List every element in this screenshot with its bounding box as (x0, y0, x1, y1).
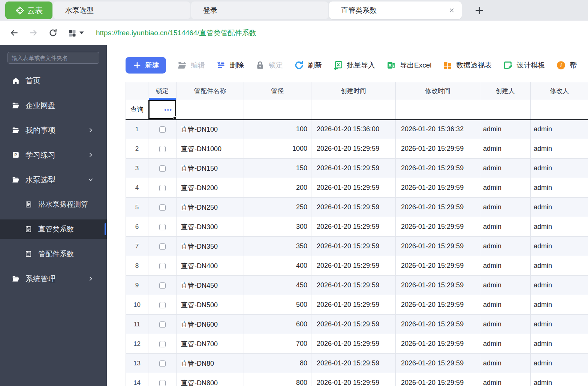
row-number-cell[interactable]: 8 (126, 256, 148, 276)
row-checkbox[interactable] (159, 165, 166, 172)
cell-diameter[interactable]: 80 (244, 354, 311, 373)
import-excel-button[interactable]: 批量导入 (333, 60, 375, 70)
column-header-2[interactable]: 管径 (244, 82, 311, 100)
export-excel-button[interactable]: 导出Excel (386, 60, 431, 70)
browser-tab-1[interactable]: 登录 (191, 2, 328, 19)
row-checkbox[interactable] (159, 380, 166, 386)
cell-diameter[interactable]: 200 (244, 178, 311, 198)
cell-creator[interactable]: admin (480, 120, 531, 139)
cell-created-time[interactable]: 2026-01-20 15:29:59 (311, 198, 396, 217)
row-checkbox[interactable] (159, 263, 166, 269)
cell-created-time[interactable]: 2026-01-20 15:29:59 (311, 373, 396, 386)
cell-lock[interactable] (148, 139, 177, 159)
cell-name[interactable]: 直管-DN1000 (177, 139, 244, 159)
row-checkbox[interactable] (159, 321, 166, 328)
apps-menu-button[interactable] (67, 29, 84, 38)
cell-modifier[interactable]: admin (531, 159, 588, 178)
row-number-cell[interactable]: 13 (126, 354, 148, 373)
cell-name[interactable]: 直管-DN200 (177, 178, 244, 198)
row-checkbox[interactable] (159, 146, 166, 152)
sidebar-item-6[interactable]: 直管类系数 (0, 219, 107, 239)
cell-created-time[interactable]: 2026-01-20 15:29:59 (311, 256, 396, 276)
cell-modifier[interactable]: admin (531, 139, 588, 159)
cell-modified-time[interactable]: 2026-01-20 15:29:59 (396, 198, 480, 217)
cell-modified-time[interactable]: 2026-01-20 15:29:59 (396, 217, 480, 237)
cell-modified-time[interactable]: 2026-01-20 15:29:59 (396, 315, 480, 334)
column-header-0[interactable]: 锁定 (148, 82, 177, 100)
cell-modified-time[interactable]: 2026-01-20 15:29:59 (396, 256, 480, 276)
cell-modified-time[interactable]: 2026-01-20 15:29:59 (396, 178, 480, 198)
cell-modified-time[interactable]: 2026-01-20 15:29:59 (396, 159, 480, 178)
query-cell-4[interactable] (396, 100, 480, 120)
cell-lock[interactable] (148, 159, 177, 178)
reload-button[interactable] (47, 27, 58, 39)
row-number-cell[interactable]: 3 (126, 159, 148, 178)
cell-modifier[interactable]: admin (531, 178, 588, 198)
edit-button[interactable]: 编辑 (177, 60, 205, 70)
column-header-4[interactable]: 修改时间 (396, 82, 480, 100)
cell-modified-time[interactable]: 2026-01-20 15:29:59 (396, 295, 480, 315)
cell-modifier[interactable]: admin (531, 217, 588, 237)
cell-diameter[interactable]: 1000 (244, 139, 311, 159)
row-checkbox[interactable] (159, 126, 166, 133)
cell-name[interactable]: 直管-DN800 (177, 373, 244, 386)
row-number-cell[interactable]: 4 (126, 178, 148, 198)
cell-creator[interactable]: admin (480, 295, 531, 315)
cell-created-time[interactable]: 2026-01-20 15:29:59 (311, 354, 396, 373)
query-cell-2[interactable] (244, 100, 311, 120)
row-number-cell[interactable]: 6 (126, 217, 148, 237)
cell-modifier[interactable]: admin (531, 198, 588, 217)
cell-lock[interactable] (148, 178, 177, 198)
cell-modified-time[interactable]: 2026-01-20 15:29:59 (396, 354, 480, 373)
design-button[interactable]: 设计模板 (503, 60, 545, 70)
cell-creator[interactable]: admin (480, 217, 531, 237)
sidebar-item-1[interactable]: 企业网盘 (0, 93, 107, 118)
sidebar-item-2[interactable]: 我的事项 (0, 118, 107, 143)
row-number-cell[interactable]: 9 (126, 276, 148, 295)
row-checkbox[interactable] (159, 341, 166, 347)
cell-diameter[interactable]: 800 (244, 373, 311, 386)
cell-lock[interactable] (148, 295, 177, 315)
cell-modifier[interactable]: admin (531, 276, 588, 295)
row-checkbox[interactable] (159, 185, 166, 191)
sidebar-item-8[interactable]: 系统管理 (0, 266, 107, 291)
pivot-button[interactable]: 数据透视表 (443, 60, 492, 70)
cell-name[interactable]: 直管-DN500 (177, 295, 244, 315)
cell-creator[interactable]: admin (480, 139, 531, 159)
cell-lock[interactable] (148, 334, 177, 354)
cell-modifier[interactable]: admin (531, 315, 588, 334)
cell-modified-time[interactable]: 2026-01-20 15:29:59 (396, 237, 480, 256)
cell-creator[interactable]: admin (480, 373, 531, 386)
cell-name[interactable]: 直管-DN400 (177, 256, 244, 276)
row-checkbox[interactable] (159, 360, 166, 367)
row-checkbox[interactable] (159, 282, 166, 289)
cell-created-time[interactable]: 2026-01-20 15:29:59 (311, 295, 396, 315)
cell-diameter[interactable]: 150 (244, 159, 311, 178)
cell-modifier[interactable]: admin (531, 373, 588, 386)
cell-creator[interactable]: admin (480, 178, 531, 198)
cell-created-time[interactable]: 2026-01-20 15:29:59 (311, 237, 396, 256)
browser-tab-2[interactable]: 直管类系数 (329, 2, 462, 19)
cell-diameter[interactable]: 600 (244, 315, 311, 334)
cell-lock[interactable] (148, 256, 177, 276)
cell-modified-time[interactable]: 2026-01-20 15:36:32 (396, 120, 480, 139)
cell-lock[interactable] (148, 120, 177, 139)
cell-created-time[interactable]: 2026-01-20 15:29:59 (311, 315, 396, 334)
cell-created-time[interactable]: 2026-01-20 15:29:59 (311, 217, 396, 237)
cell-created-time[interactable]: 2026-01-20 15:29:59 (311, 139, 396, 159)
plus-button[interactable]: 新建 (126, 57, 166, 74)
cell-creator[interactable]: admin (480, 276, 531, 295)
cell-created-time[interactable]: 2026-01-20 15:36:00 (311, 120, 396, 139)
column-header-1[interactable]: 管配件名称 (177, 82, 244, 100)
browser-tab-0[interactable]: 水泵选型 (53, 2, 190, 19)
row-number-cell[interactable]: 2 (126, 139, 148, 159)
grid-corner-cell[interactable] (126, 82, 148, 100)
cell-diameter[interactable]: 450 (244, 276, 311, 295)
cell-diameter[interactable]: 300 (244, 217, 311, 237)
sidebar-item-7[interactable]: 管配件系数 (0, 242, 107, 266)
cell-modifier[interactable]: admin (531, 120, 588, 139)
cell-name[interactable]: 直管-DN300 (177, 217, 244, 237)
column-header-6[interactable]: 修改人 (531, 82, 588, 100)
cell-modified-time[interactable]: 2026-01-20 15:29:59 (396, 139, 480, 159)
cell-created-time[interactable]: 2026-01-20 15:29:59 (311, 159, 396, 178)
